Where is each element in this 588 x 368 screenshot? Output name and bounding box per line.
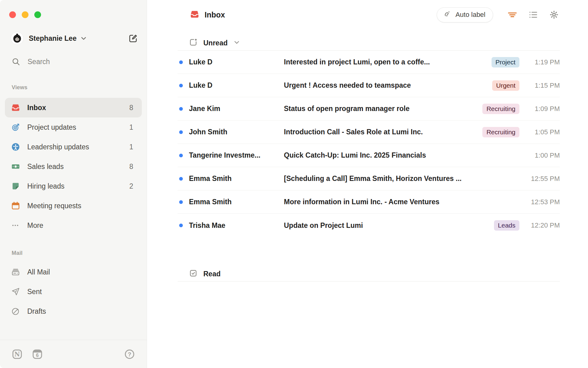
email-time: 1:19 PM [519,58,560,66]
search-placeholder: Search [28,58,50,66]
email-label-badge: Leads [494,220,519,231]
sidebar-item-sent[interactable]: Sent [5,282,142,301]
email-row[interactable]: Jane Kim Status of open program manager … [178,97,560,121]
search-input[interactable]: Search [12,56,139,68]
email-label-badge: Recruiting [482,127,519,137]
sidebar-item-count: 1 [129,123,133,132]
settings-gear-icon[interactable] [548,9,560,21]
unread-dot-icon [179,177,183,181]
read-group-header[interactable]: Read [189,266,560,281]
sidebar: Stephanie Lee Search Views Inbox [0,0,147,368]
svg-text:?: ? [128,351,131,357]
sidebar-item-count: 8 [129,163,133,171]
target-icon [11,123,20,132]
sidebar-item-leadership-updates[interactable]: Leadership updates 1 [5,137,142,157]
email-sender: Jane Kim [189,105,284,113]
zoom-window-button[interactable] [34,11,41,18]
email-sender: Emma Smith [189,198,284,206]
read-checkbox-icon [189,269,198,279]
read-group-title: Read [203,270,221,278]
email-row[interactable]: Emma Smith More information in Lumi Inc.… [178,190,560,214]
sidebar-item-count: 2 [129,182,133,190]
avatar [11,32,23,44]
compose-button[interactable] [127,32,139,44]
calendar-icon [11,201,20,210]
sidebar-item-label: Meeting requests [27,202,81,210]
search-icon [12,57,20,66]
email-label-badge: Recruiting [482,104,519,114]
email-subject: Introduction Call - Sales Role at Lumi I… [284,128,477,136]
auto-label-button-label: Auto label [455,11,485,19]
minimize-window-button[interactable] [22,11,28,18]
email-time: 1:15 PM [519,82,560,90]
email-label-badge: Project [492,57,519,67]
account-switcher[interactable]: Stephanie Lee [11,32,139,45]
auto-label-button[interactable]: Auto label [437,7,493,22]
email-time: 12:53 PM [519,198,560,206]
email-row[interactable]: Luke D Urgent ! Access needed to teamspa… [178,74,560,97]
sidebar-item-inbox[interactable]: Inbox 8 [5,98,142,117]
notion-app-icon[interactable]: N [12,349,23,360]
sidebar-item-count: 8 [129,104,133,112]
email-label-badge: Urgent [492,80,519,91]
help-icon[interactable]: ? [124,349,135,360]
email-subject: Update on Project Lumi [284,221,489,230]
window-controls [0,0,147,18]
email-time: 1:05 PM [519,128,560,136]
sidebar-item-meeting-requests[interactable]: Meeting requests [5,196,142,216]
toolbar: Auto label [437,7,560,22]
sidebar-item-all-mail[interactable]: All Mail [5,262,142,282]
sidebar-item-hiring-leads[interactable]: Hiring leads 2 [5,176,142,196]
auto-label-wand-icon [443,10,451,20]
unread-dot-icon [179,224,183,227]
unread-dot-icon [179,84,183,87]
person-icon [11,143,20,151]
note-icon [11,182,20,190]
sidebar-item-project-updates[interactable]: Project updates 1 [5,117,142,137]
email-sender: Emma Smith [189,174,284,183]
list-view-icon[interactable] [527,9,539,21]
sidebar-item-label: Hiring leads [27,182,64,190]
sidebar-item-drafts[interactable]: Drafts [5,301,142,321]
email-row[interactable]: Tangerine Investme... Quick Catch-Up: Lu… [178,144,560,167]
sidebar-item-label: Sales leads [27,163,64,171]
email-sender: John Smith [189,128,284,136]
sidebar-item-label: Project updates [27,123,76,132]
inbox-icon [11,103,20,112]
sidebar-item-label: Drafts [27,307,46,316]
unread-dot-icon [179,130,183,134]
email-sender: Trisha Mae [189,221,284,230]
close-window-button[interactable] [9,11,16,18]
divider [178,281,560,282]
sidebar-item-label: Sent [27,288,42,296]
email-time: 12:55 PM [519,175,560,183]
sidebar-item-more[interactable]: More [5,216,142,235]
email-row[interactable]: Trisha Mae Update on Project Lumi Leads … [178,214,560,237]
view-title-group: Inbox [190,10,225,20]
email-time: 1:09 PM [519,105,560,113]
chevron-down-icon [233,39,240,47]
page-title: Inbox [205,10,225,19]
sidebar-item-sales-leads[interactable]: Sales leads 8 [5,157,142,176]
unread-dot-icon [179,200,183,204]
filter-icon[interactable] [507,9,518,21]
app-window: Stephanie Lee Search Views Inbox [0,0,588,368]
views-nav: Inbox 8 Project updates 1 Leadership upd… [0,98,147,235]
email-row[interactable]: Luke D Interested in project Lumi, open … [178,51,560,74]
email-sender: Tangerine Investme... [189,151,284,159]
main-header: Inbox Auto label [178,0,560,29]
account-name: Stephanie Lee [29,34,77,43]
notion-calendar-app-icon[interactable]: 6 [32,349,43,360]
ellipsis-icon [11,221,20,230]
sidebar-item-label: Inbox [27,104,46,112]
email-row[interactable]: John Smith Introduction Call - Sales Rol… [178,121,560,144]
email-row[interactable]: Emma Smith [Scheduling a Call] Emma Smit… [178,167,560,190]
unread-group-header[interactable]: Unread [189,36,560,50]
email-sender: Luke D [189,81,284,90]
mail-section-label: Mail [12,250,147,257]
money-icon [11,162,20,171]
email-list: Luke D Interested in project Lumi, open … [178,51,560,237]
email-sender: Luke D [189,58,284,66]
unread-dot-icon [179,60,183,64]
email-subject: Interested in project Lumi, open to a co… [284,58,487,66]
